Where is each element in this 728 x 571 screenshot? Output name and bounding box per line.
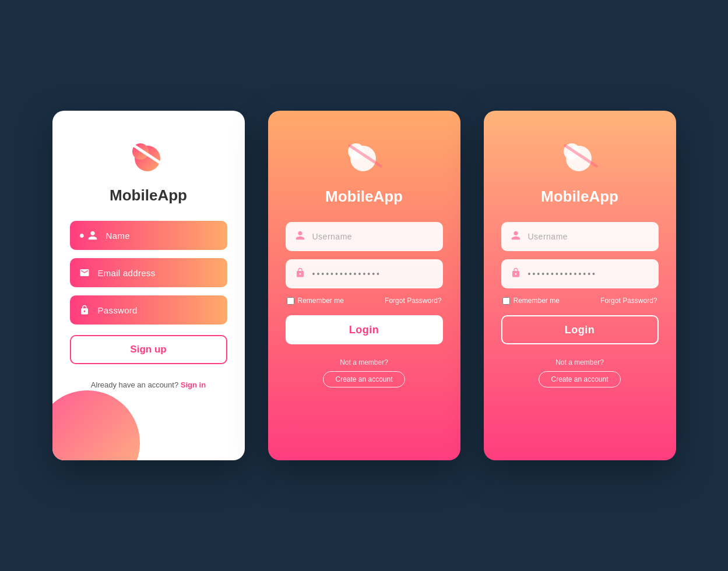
app-name-2: MobileApp — [325, 188, 403, 206]
app-logo-icon-3 — [557, 134, 603, 181]
sign-in-link[interactable]: Sign in — [181, 380, 206, 389]
remember-forgot-row: Remember me Forgot Password? — [286, 297, 443, 305]
remember-label-2: Remember me — [514, 297, 560, 305]
not-member-text: Not a member? — [340, 358, 388, 366]
already-account-text: Already have an account? Sign in — [91, 380, 206, 389]
username-input-row[interactable] — [286, 222, 443, 251]
login-card-2: MobileApp Remember me Forgot Password? L… — [484, 111, 676, 460]
remember-checkbox-2[interactable] — [502, 297, 510, 305]
not-member-text-2: Not a member? — [555, 358, 604, 366]
login-button-2[interactable]: Login — [501, 315, 659, 344]
app-name-3: MobileApp — [541, 188, 618, 206]
lock-icon-2 — [295, 267, 305, 280]
not-member-section-2: Not a member? Create an account — [539, 358, 620, 387]
username-input-row-2[interactable] — [501, 222, 659, 251]
password-input-2[interactable] — [528, 269, 649, 279]
email-icon — [79, 267, 90, 279]
app-logo-icon — [125, 134, 172, 181]
forgot-password-link-2[interactable]: Forgot Password? — [600, 297, 657, 305]
app-logo-icon-2 — [341, 134, 388, 181]
not-member-section: Not a member? Create an account — [323, 358, 405, 387]
create-account-button[interactable]: Create an account — [323, 371, 405, 387]
password-input-row[interactable] — [286, 259, 443, 288]
remember-left: Remember me — [287, 297, 344, 305]
password-field[interactable]: Password — [70, 295, 227, 325]
remember-checkbox[interactable] — [287, 297, 294, 305]
email-field[interactable]: Email address — [70, 258, 227, 287]
remember-forgot-row-2: Remember me Forgot Password? — [501, 297, 659, 305]
name-field[interactable]: ● Name — [70, 221, 227, 250]
lock-icon — [79, 305, 90, 316]
name-label: Name — [106, 231, 130, 241]
lock-icon-3 — [511, 267, 521, 280]
create-account-button-2[interactable]: Create an account — [539, 371, 620, 387]
user-icon-3 — [511, 230, 521, 243]
signup-card: MobileApp ● Name Email address Password … — [52, 111, 245, 460]
login-button[interactable]: Login — [286, 315, 443, 344]
remember-label: Remember me — [298, 297, 344, 305]
signup-button[interactable]: Sign up — [70, 335, 227, 364]
password-input-row-2[interactable] — [501, 259, 659, 288]
remember-left-2: Remember me — [502, 297, 560, 305]
username-input-2[interactable] — [528, 232, 649, 241]
forgot-password-link[interactable]: Forgot Password? — [385, 297, 441, 305]
app-name: MobileApp — [110, 186, 187, 205]
decorative-circle — [52, 390, 140, 460]
password-label: Password — [98, 305, 138, 315]
user-icon-2 — [295, 230, 305, 243]
login-card-1: MobileApp Remember me Forgot Password? L… — [268, 111, 460, 460]
user-icon: ● — [79, 230, 98, 241]
username-input[interactable] — [312, 232, 434, 241]
password-input[interactable] — [312, 269, 434, 279]
email-label: Email address — [98, 268, 156, 278]
